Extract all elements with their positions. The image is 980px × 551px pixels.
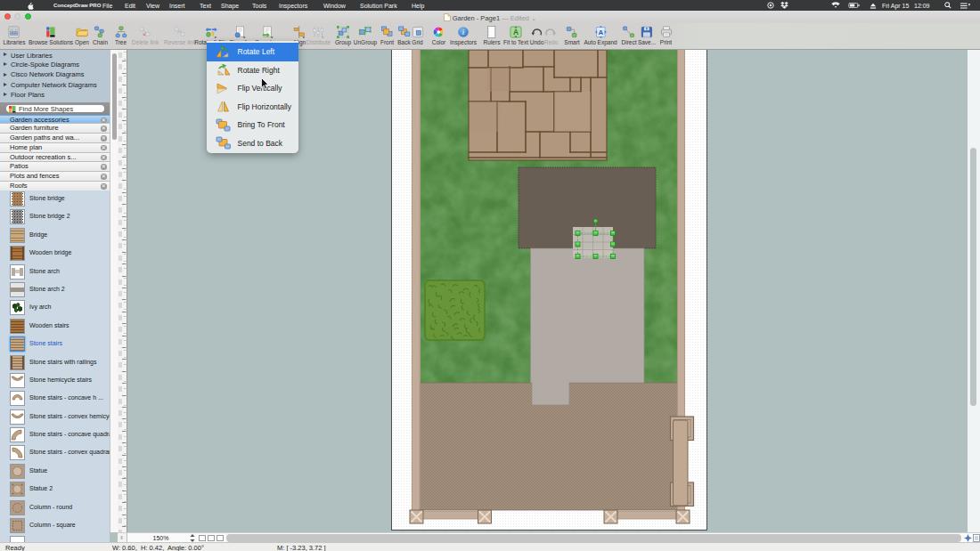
svg-text:A: A <box>513 28 519 36</box>
svg-text:A: A <box>598 28 603 36</box>
